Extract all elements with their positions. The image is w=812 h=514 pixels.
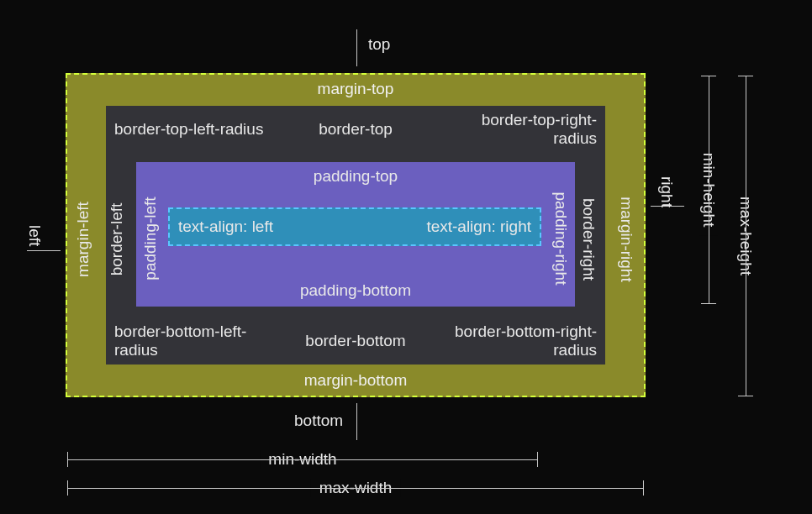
left-tick — [27, 250, 61, 251]
min-width-label: min-width — [260, 450, 345, 469]
position-top-label: top — [368, 35, 390, 54]
box-model-diagram: top bottom left right margin-top margin-… — [0, 0, 812, 514]
position-right-label: right — [657, 176, 676, 207]
margin-region: margin-top margin-left margin-right bord… — [66, 73, 646, 397]
bottom-tick — [356, 403, 357, 440]
padding-left-label: padding-left — [141, 197, 160, 280]
border-left-label: border-left — [108, 203, 126, 276]
margin-right-label: margin-right — [617, 197, 635, 281]
padding-top-label: padding-top — [136, 162, 575, 189]
border-top-row: border-top-left-radius border-top border… — [106, 106, 605, 149]
content-region: text-align: left text-align: right — [168, 207, 541, 246]
margin-left-label: margin-left — [74, 202, 92, 277]
border-region: border-top-left-radius border-top border… — [106, 106, 605, 365]
position-bottom-label: bottom — [294, 412, 343, 430]
margin-top-label: margin-top — [67, 75, 644, 102]
border-bottom-left-radius-label: border-bottom-left-radius — [114, 323, 266, 359]
max-width-label: max-width — [311, 479, 401, 497]
padding-bottom-label: padding-bottom — [136, 276, 575, 303]
max-height-bracket: max-height — [738, 76, 753, 396]
border-top-label: border-top — [319, 120, 393, 139]
min-height-bracket: min-height — [701, 76, 716, 304]
margin-bottom-label: margin-bottom — [67, 366, 644, 394]
border-right-label: border-right — [579, 198, 598, 281]
border-top-left-radius-label: border-top-left-radius — [114, 120, 266, 139]
padding-right-label: padding-right — [551, 192, 570, 286]
border-bottom-row: border-bottom-left-radius border-bottom … — [106, 317, 605, 361]
min-width-bracket: min-width — [67, 452, 538, 467]
border-bottom-right-radius-label: border-bottom-right-radius — [446, 323, 597, 359]
min-height-label: min-height — [699, 144, 718, 236]
text-align-right-label: text-align: right — [426, 218, 531, 236]
border-top-right-radius-label: border-top-right-radius — [446, 111, 597, 148]
padding-region: padding-top padding-left padding-right t… — [136, 162, 575, 307]
border-bottom-label: border-bottom — [305, 332, 405, 350]
top-tick — [356, 29, 357, 66]
position-left-label: left — [25, 225, 44, 246]
max-width-bracket: max-width — [67, 480, 644, 496]
text-align-left-label: text-align: left — [178, 218, 273, 236]
max-height-label: max-height — [736, 188, 755, 284]
